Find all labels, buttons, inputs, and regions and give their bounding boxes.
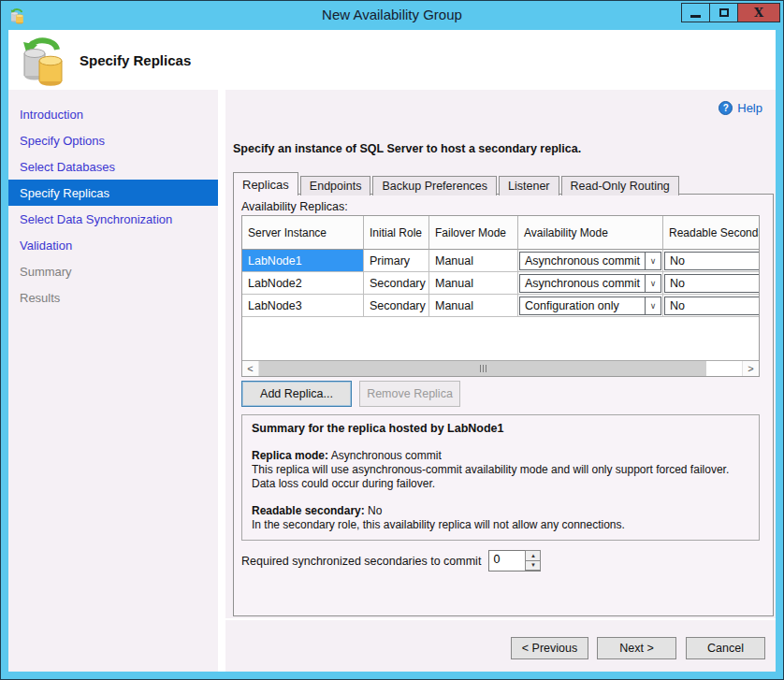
chevron-down-icon[interactable]: ∨ (645, 297, 661, 314)
grid-cell-availability-mode: Asynchronous commit ∨ (518, 272, 663, 295)
window-title: New Availability Group (1, 7, 783, 22)
help-label: Help (737, 101, 762, 115)
summary-title: Summary for the replica hosted by LabNod… (252, 422, 749, 436)
stepper-value[interactable]: 0 (489, 551, 525, 571)
dropdown-value: No (665, 253, 760, 269)
tab-strip: Replicas Endpoints Backup Preferences Li… (233, 172, 681, 195)
availability-replicas-grid: Server Instance Initial Role Failover Mo… (241, 215, 760, 377)
availability-mode-dropdown[interactable]: Configuration only ∨ (519, 297, 661, 315)
previous-button[interactable]: < Previous (511, 637, 588, 659)
readable-secondary-dropdown[interactable]: No ∨ (664, 252, 760, 270)
summary-readable-secondary: Readable secondary: No In the secondary … (252, 504, 749, 532)
wizard-steps-sidebar: Introduction Specify Options Select Data… (8, 90, 218, 672)
availability-mode-dropdown[interactable]: Asynchronous commit ∨ (519, 274, 661, 293)
readable-secondary-dropdown[interactable]: No ∨ (664, 297, 760, 315)
readable-secondary-description: In the secondary role, this availability… (252, 518, 749, 532)
grid-cell-readable-secondary: No ∨ (663, 295, 760, 317)
grid-cell-failover-mode[interactable]: Manual (429, 272, 518, 295)
footer-divider (225, 618, 776, 620)
scrollbar-thumb[interactable] (259, 361, 706, 376)
sidebar-item-introduction[interactable]: Introduction (8, 101, 218, 127)
sidebar-item-results: Results (8, 284, 218, 311)
availability-mode-dropdown[interactable]: Asynchronous commit ∨ (519, 252, 661, 270)
column-header-initial-role[interactable]: Initial Role (364, 216, 429, 250)
help-icon: ? (719, 101, 733, 115)
scrollbar-grip-icon (483, 365, 484, 372)
dialog-window: New Availability Group X Specify Replica… (0, 0, 784, 680)
title-bar[interactable]: New Availability Group X (1, 1, 783, 30)
grid-cell-availability-mode: Configuration only ∨ (518, 295, 663, 317)
sidebar-item-summary: Summary (8, 258, 218, 284)
availability-replicas-label: Availability Replicas: (241, 200, 348, 213)
sidebar-item-specify-replicas[interactable]: Specify Replicas (8, 180, 218, 206)
grid-cell-initial-role[interactable]: Primary (364, 250, 429, 272)
window-controls: X (682, 3, 780, 22)
minimize-icon (690, 15, 701, 18)
readable-secondary-dropdown[interactable]: No ∨ (664, 274, 760, 293)
scrollbar-grip-icon (486, 365, 486, 372)
horizontal-scrollbar: < > (242, 360, 759, 376)
grid-cell-initial-role[interactable]: Secondary (364, 295, 429, 317)
column-header-availability-mode[interactable]: Availability Mode (518, 216, 663, 250)
grid-cell-failover-mode[interactable]: Manual (429, 250, 518, 272)
replica-mode-label: Replica mode: (252, 449, 328, 462)
dropdown-value: Asynchronous commit (520, 253, 645, 269)
tab-read-only-routing[interactable]: Read-Only Routing (561, 176, 679, 195)
scroll-right-button[interactable]: > (743, 361, 759, 376)
column-header-server-instance[interactable]: Server Instance (242, 216, 364, 250)
scrollbar-grip-icon (480, 365, 481, 372)
replicas-tab-panel: Availability Replicas: Server Instance I… (233, 194, 774, 616)
tab-endpoints[interactable]: Endpoints (300, 176, 371, 195)
summary-replica-mode: Replica mode: Asynchronous commit This r… (252, 449, 749, 491)
commit-secondaries-label: Required synchronized secondaries to com… (241, 555, 481, 568)
grid-cell-server-instance[interactable]: LabNode3 (242, 295, 364, 317)
wizard-content: ? Help Specify an instance of SQL Server… (225, 90, 776, 672)
dropdown-value: No (665, 297, 760, 314)
commit-secondaries-stepper[interactable]: 0 ▲ ▼ (488, 550, 541, 571)
column-header-failover-mode[interactable]: Failover Mode (429, 216, 518, 250)
tab-listener[interactable]: Listener (499, 176, 559, 195)
scroll-left-button[interactable]: < (242, 361, 258, 376)
replica-mode-description: This replica will use asynchronous-commi… (252, 463, 749, 491)
stepper-down-button[interactable]: ▼ (525, 560, 541, 571)
replica-sync-icon (22, 35, 68, 87)
minimize-button[interactable] (681, 3, 710, 22)
close-icon: X (754, 6, 763, 20)
sidebar-item-select-databases[interactable]: Select Databases (8, 153, 218, 180)
page-title: Specify Replicas (80, 52, 191, 68)
dropdown-value: No (665, 275, 760, 292)
add-replica-button[interactable]: Add Replica... (241, 381, 352, 407)
grid-empty-area (242, 317, 759, 360)
dialog-body: Specify Replicas Introduction Specify Op… (8, 30, 776, 672)
next-button[interactable]: Next > (597, 637, 676, 659)
cancel-button[interactable]: Cancel (686, 637, 765, 659)
scrollbar-track[interactable] (258, 361, 743, 376)
grid-cell-server-instance[interactable]: LabNode2 (242, 272, 364, 295)
help-link[interactable]: ? Help (719, 101, 762, 115)
grid-cell-server-instance[interactable]: LabNode1 (242, 250, 364, 272)
dropdown-value: Configuration only (520, 297, 645, 314)
grid-cell-availability-mode: Asynchronous commit ∨ (518, 250, 663, 272)
column-header-readable-secondary[interactable]: Readable Secondary (663, 216, 760, 250)
remove-replica-button: Remove Replica (359, 381, 460, 407)
wizard-header: Specify Replicas (8, 30, 776, 90)
sidebar-item-validation[interactable]: Validation (8, 232, 218, 258)
grid-cell-readable-secondary: No ∨ (663, 250, 760, 272)
grid-cell-failover-mode[interactable]: Manual (429, 295, 518, 317)
sidebar-item-specify-options[interactable]: Specify Options (8, 127, 218, 153)
grid-cell-initial-role[interactable]: Secondary (364, 272, 429, 295)
sidebar-item-select-data-synchronization[interactable]: Select Data Synchronization (8, 206, 218, 232)
tab-backup-preferences[interactable]: Backup Preferences (372, 176, 497, 195)
replica-summary-box: Summary for the replica hosted by LabNod… (241, 414, 760, 541)
tab-replicas[interactable]: Replicas (233, 172, 298, 195)
dropdown-value: Asynchronous commit (520, 275, 645, 292)
chevron-down-icon[interactable]: ∨ (645, 253, 661, 269)
readable-secondary-label: Readable secondary: (252, 504, 365, 517)
instruction-text: Specify an instance of SQL Server to hos… (233, 142, 581, 155)
chevron-down-icon[interactable]: ∨ (645, 275, 661, 292)
maximize-icon (719, 8, 729, 17)
close-button[interactable]: X (737, 3, 780, 22)
replica-mode-value: Asynchronous commit (331, 449, 442, 462)
readable-secondary-value: No (368, 504, 382, 517)
maximize-button[interactable] (709, 3, 738, 22)
